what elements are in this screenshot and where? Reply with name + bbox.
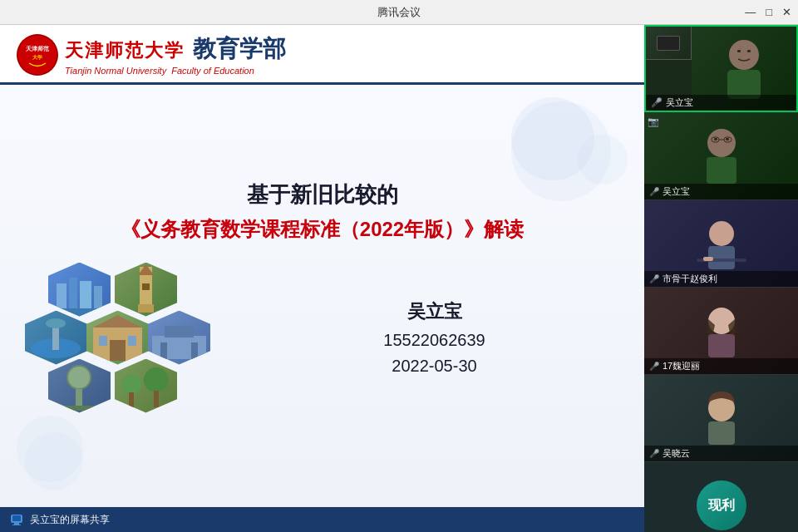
titlebar-controls: — □ ✕ bbox=[745, 7, 791, 17]
svg-rect-9 bbox=[138, 304, 154, 313]
hex-image-2 bbox=[115, 263, 177, 317]
svg-point-46 bbox=[709, 221, 734, 246]
school-logo-area: 天津师范 大学 天津师范大学 教育学部 Tianjin Normal Unive bbox=[17, 33, 286, 76]
participant-tile-wulibao[interactable]: 📷 🎤 吴立宝 bbox=[644, 112, 798, 200]
main-layout: 天津师范 大学 天津师范大学 教育学部 Tianjin Normal Unive bbox=[0, 25, 798, 532]
svg-rect-40 bbox=[707, 157, 736, 184]
svg-rect-4 bbox=[69, 278, 77, 308]
slide: 天津师范 大学 天津师范大学 教育学部 Tianjin Normal Unive bbox=[0, 25, 644, 532]
svg-rect-3 bbox=[57, 283, 66, 308]
titlebar-title: 腾讯会议 bbox=[377, 5, 421, 20]
svg-point-24 bbox=[67, 366, 91, 389]
share-icon-wrap: 吴立宝的屏幕共享 bbox=[10, 513, 110, 527]
school-name-chinese: 天津师范大学 bbox=[65, 38, 185, 63]
close-button[interactable]: ✕ bbox=[782, 7, 791, 17]
text-avatar-xianli: 现利 bbox=[697, 480, 746, 530]
mic-icon-active: 🎤 bbox=[651, 97, 663, 108]
participant-name-2: 市骨干赵俊利 bbox=[663, 273, 717, 285]
cam-icon: 📷 bbox=[648, 116, 659, 127]
mic-icon-4: 🎤 bbox=[649, 449, 659, 458]
participant-tile-weiyingli[interactable]: 🎤 17魏迎丽 bbox=[644, 287, 798, 374]
share-screen-icon bbox=[10, 513, 23, 526]
svg-rect-21 bbox=[165, 326, 194, 337]
svg-rect-32 bbox=[14, 523, 19, 525]
participant-name-3: 17魏迎丽 bbox=[663, 360, 700, 372]
presenter-date: 2022-05-30 bbox=[392, 357, 476, 376]
participant-tile-zhaojunli[interactable]: 🎤 市骨干赵俊利 bbox=[644, 200, 798, 287]
participant-name-bar-3: 🎤 17魏迎丽 bbox=[644, 358, 798, 374]
hex-image-7 bbox=[115, 359, 177, 413]
svg-rect-20 bbox=[152, 336, 206, 359]
bottom-bar: 吴立宝的屏幕共享 bbox=[0, 507, 644, 532]
svg-rect-30 bbox=[154, 391, 159, 407]
minimize-button[interactable]: — bbox=[745, 7, 756, 17]
participant-figure-4 bbox=[688, 383, 755, 454]
svg-point-39 bbox=[707, 129, 736, 157]
hex-image-5 bbox=[148, 311, 210, 365]
participant-figure-3 bbox=[688, 296, 755, 367]
participant-figure-1 bbox=[688, 121, 755, 192]
hex-image-3 bbox=[25, 311, 87, 365]
svg-rect-34 bbox=[12, 515, 21, 521]
school-emblem: 天津师范 大学 bbox=[17, 34, 58, 76]
slide-body: 基于新旧比较的 《义务教育数学课程标准（2022年版）》解读 bbox=[0, 85, 644, 507]
svg-rect-23 bbox=[191, 342, 198, 359]
svg-text:大学: 大学 bbox=[32, 54, 42, 60]
svg-point-29 bbox=[144, 367, 169, 392]
slide-subtitle-line2: 《义务教育数学课程标准（2022年版）》解读 bbox=[25, 216, 619, 243]
presentation-area: 天津师范 大学 天津师范大学 教育学部 Tianjin Normal Unive bbox=[0, 25, 644, 532]
svg-rect-22 bbox=[160, 342, 167, 359]
school-name-block: 天津师范大学 教育学部 Tianjin Normal University Fa… bbox=[65, 33, 286, 76]
participant-tile-wuxiaoyun[interactable]: 🎤 吴晓云 bbox=[644, 374, 798, 461]
svg-rect-6 bbox=[94, 286, 102, 308]
share-status-text: 吴立宝的屏幕共享 bbox=[30, 513, 110, 527]
svg-text:天津师范: 天津师范 bbox=[25, 45, 50, 52]
mic-icon-3: 🎤 bbox=[649, 362, 659, 371]
svg-rect-28 bbox=[129, 392, 134, 407]
svg-rect-51 bbox=[708, 334, 735, 357]
svg-rect-18 bbox=[99, 336, 107, 346]
active-speaker-tile[interactable]: 正在讲话: 吴立宝 🎤 吴立宝 bbox=[644, 25, 798, 112]
svg-point-27 bbox=[121, 374, 141, 394]
active-speaker-name: 吴立宝 bbox=[666, 96, 693, 109]
svg-rect-16 bbox=[110, 340, 126, 361]
slide-title-block: 基于新旧比较的 《义务教育数学课程标准（2022年版）》解读 bbox=[25, 180, 619, 243]
svg-rect-42 bbox=[726, 138, 729, 140]
svg-rect-41 bbox=[714, 138, 717, 140]
presenter-name: 吴立宝 bbox=[407, 299, 462, 324]
svg-rect-49 bbox=[703, 257, 713, 261]
faculty-english: Faculty of Education bbox=[171, 66, 254, 76]
mic-icon-2: 🎤 bbox=[649, 274, 659, 283]
slide-header: 天津师范 大学 天津师范大学 教育学部 Tianjin Normal Unive bbox=[0, 25, 644, 85]
svg-rect-26 bbox=[65, 406, 94, 411]
hex-image-6 bbox=[48, 359, 111, 413]
svg-rect-38 bbox=[747, 50, 751, 52]
maximize-button[interactable]: □ bbox=[766, 7, 772, 17]
svg-rect-5 bbox=[80, 281, 91, 308]
svg-marker-17 bbox=[93, 315, 142, 328]
slide-subtitle-line1: 基于新旧比较的 bbox=[25, 180, 619, 209]
participant-tile-wangxianli[interactable]: 现利 🎤 濮阳市骨干王现利 bbox=[644, 461, 798, 532]
participant-figure-2 bbox=[688, 209, 755, 279]
svg-point-35 bbox=[729, 40, 759, 70]
hex-image-1 bbox=[48, 263, 111, 317]
participant-name-bar-1: 🎤 吴立宝 bbox=[644, 184, 798, 200]
svg-rect-37 bbox=[737, 50, 741, 52]
slide-content-area: 吴立宝 15522062639 2022-05-30 bbox=[25, 263, 619, 412]
participant-name-1: 吴立宝 bbox=[663, 185, 690, 198]
mic-icon-1: 🎤 bbox=[649, 187, 659, 196]
presenter-phone: 15522062639 bbox=[383, 331, 485, 350]
titlebar: 腾讯会议 — □ ✕ bbox=[0, 0, 798, 25]
svg-rect-33 bbox=[12, 525, 21, 525]
hex-cluster bbox=[25, 263, 233, 412]
faculty-name: 教育学部 bbox=[193, 33, 286, 65]
presenter-info: 吴立宝 15522062639 2022-05-30 bbox=[249, 299, 619, 376]
svg-rect-19 bbox=[128, 336, 136, 346]
active-speaker-name-bar: 🎤 吴立宝 bbox=[646, 95, 796, 111]
participants-panel: 正在讲话: 吴立宝 🎤 吴立宝 bbox=[644, 25, 798, 532]
hex-image-4 bbox=[86, 311, 149, 365]
school-name-english: Tianjin Normal University bbox=[65, 66, 166, 76]
svg-point-14 bbox=[46, 318, 66, 328]
svg-rect-53 bbox=[708, 421, 735, 445]
participant-name-bar-4: 🎤 吴晓云 bbox=[644, 446, 798, 461]
